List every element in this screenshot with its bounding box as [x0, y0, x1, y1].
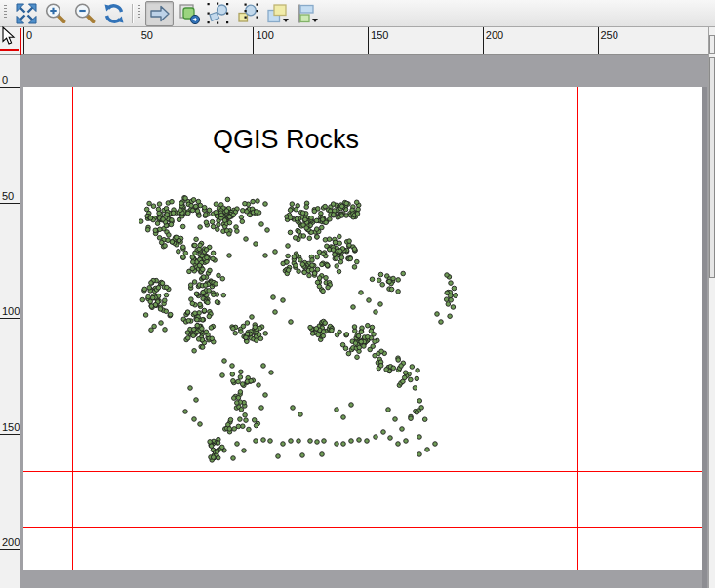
scrollbar-thumb[interactable]: [709, 57, 715, 278]
ruler-tick: [0, 318, 20, 319]
toolbar-handle[interactable]: [4, 5, 7, 22]
ruler-tick: [23, 27, 24, 54]
scrollbar-button[interactable]: [709, 35, 715, 54]
guide-line-vertical[interactable]: [72, 87, 73, 570]
ungroup-items-icon: [236, 2, 259, 25]
map-title-label[interactable]: QGIS Rocks: [213, 127, 359, 153]
raise-items-button[interactable]: [262, 1, 291, 26]
zoom-in-icon: [44, 2, 67, 25]
vertical-ruler: 050100150200: [0, 55, 20, 588]
guide-line-vertical[interactable]: [577, 87, 578, 570]
ruler-tick-label: 200: [2, 536, 20, 548]
select-move-item-icon: [148, 2, 172, 25]
ruler-tick-label: 250: [601, 29, 618, 41]
ruler-tick: [0, 87, 20, 88]
group-items-button[interactable]: [204, 1, 232, 26]
zoom-out-button[interactable]: [70, 1, 99, 26]
ruler-tick-label: 50: [141, 29, 153, 41]
ruler-tick: [0, 203, 20, 204]
paper-page[interactable]: [23, 87, 702, 570]
horizontal-ruler: 050100150200250: [20, 27, 708, 55]
page-shadow: [702, 87, 707, 588]
ruler-tick: [253, 27, 254, 54]
ruler-tick-label: 200: [486, 29, 503, 41]
ruler-tick-label: 100: [256, 29, 273, 41]
ruler-cursor-marker-y: [0, 49, 19, 51]
ruler-tick: [139, 27, 139, 54]
toolbar-separator: [132, 4, 134, 23]
guide-line-vertical[interactable]: [139, 87, 139, 570]
zoom-full-icon: [15, 2, 38, 25]
ungroup-items-button[interactable]: [233, 1, 261, 26]
vertical-scrollbar[interactable]: [708, 27, 715, 588]
group-items-icon: [207, 2, 230, 25]
ruler-tick-label: 0: [26, 29, 32, 41]
guide-line-horizontal[interactable]: [23, 471, 702, 472]
ruler-tick: [0, 549, 20, 550]
ruler-cursor-marker-x: [20, 28, 21, 55]
composer-canvas[interactable]: QGIS Rocks: [20, 55, 708, 588]
ruler-tick: [368, 27, 369, 54]
ruler-tick-label: 50: [2, 190, 14, 202]
zoom-out-icon: [73, 2, 97, 25]
refresh-button[interactable]: [99, 1, 128, 26]
refresh-icon: [102, 2, 126, 25]
align-items-button[interactable]: [292, 1, 320, 26]
ruler-tick-label: 150: [371, 29, 388, 41]
ruler-tick-label: 0: [2, 74, 8, 86]
ruler-tick-label: 150: [2, 421, 20, 433]
move-item-content-icon: [178, 2, 201, 25]
ruler-tick: [0, 434, 20, 435]
zoom-in-button[interactable]: [41, 1, 69, 26]
guide-line-horizontal[interactable]: [23, 527, 702, 528]
qgis-composer-window: 050100150200250 050100150200 QGIS Rocks: [0, 0, 715, 588]
toolbar-handle[interactable]: [138, 5, 140, 22]
dropdown-arrow-icon: [312, 19, 318, 22]
toolbar: [0, 0, 715, 27]
dropdown-arrow-icon: [283, 19, 289, 22]
select-move-item-button[interactable]: [145, 1, 174, 26]
ruler-tick-label: 100: [2, 305, 20, 317]
zoom-full-button[interactable]: [12, 1, 40, 26]
ruler-tick: [598, 27, 599, 54]
move-item-content-button[interactable]: [175, 1, 203, 26]
ruler-tick: [483, 27, 484, 54]
